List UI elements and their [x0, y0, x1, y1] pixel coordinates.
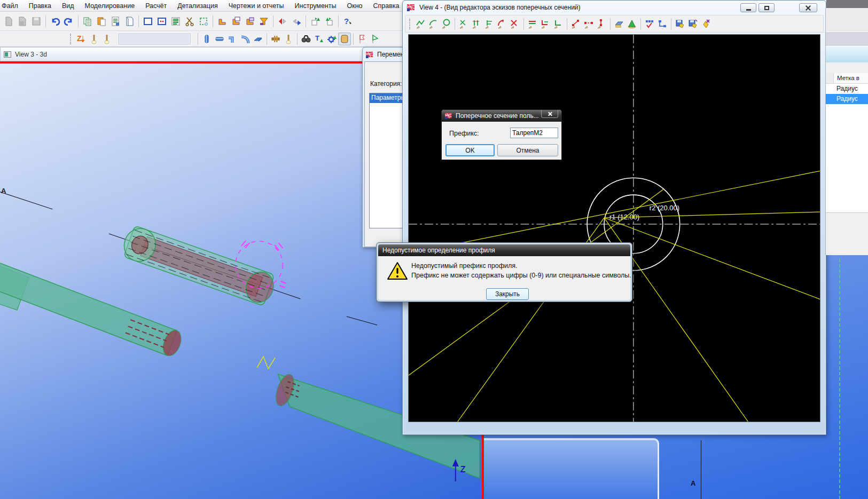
restore-button[interactable] — [758, 3, 775, 12]
error-message-line2: Префикс не может содержать цифры (0-9) и… — [411, 271, 631, 280]
menu-item-detailing[interactable]: Детализация — [172, 1, 223, 11]
radius-label-r2: r2 (20.00) — [650, 204, 679, 212]
sketch-polyline-icon[interactable] — [414, 18, 427, 30]
svg-text:Z: Z — [77, 34, 82, 43]
sketch-ellipse-icon[interactable] — [440, 18, 452, 30]
open-document-icon[interactable] — [15, 14, 29, 28]
cut-scissors-icon[interactable] — [183, 14, 197, 28]
export-model-icon[interactable] — [322, 14, 336, 28]
new-view-window-icon[interactable] — [141, 14, 155, 28]
paste-object-icon[interactable] — [122, 14, 136, 28]
save-profile-as-icon[interactable] — [686, 18, 699, 30]
error-dialog-title: Недопустимое определение профиля — [382, 247, 495, 254]
toolbar-grip[interactable] — [70, 34, 73, 44]
prefix-label: Префикс: — [449, 130, 479, 137]
save-document-icon[interactable] — [29, 14, 43, 28]
sketch-canvas[interactable]: r1 (12.00) r2 (20.00) — [408, 34, 820, 422]
tank-equipment-icon[interactable] — [338, 33, 351, 45]
model-turnbuckle[interactable] — [120, 224, 278, 307]
settings-gear-icon[interactable] — [325, 33, 338, 45]
drop-line-1-icon[interactable] — [88, 33, 100, 45]
zone-3-icon[interactable] — [243, 14, 257, 28]
minimize-button[interactable] — [740, 3, 756, 12]
iso-view-icon[interactable] — [625, 18, 638, 30]
undo-icon[interactable] — [48, 14, 62, 28]
menu-item-help[interactable]: Справка — [368, 1, 405, 11]
constraint-parallel-icon[interactable] — [526, 18, 539, 30]
constraint-corner-icon[interactable] — [539, 18, 552, 30]
properties-panel-footer — [826, 212, 868, 255]
column-header-label[interactable]: Метка в — [834, 73, 859, 83]
delete-profile-icon[interactable] — [699, 18, 712, 30]
toolbar-grip[interactable] — [409, 19, 412, 29]
find-binoculars-icon[interactable] — [300, 33, 312, 45]
go-previous-icon[interactable] — [276, 14, 290, 28]
application-window: Файл Правка Вид Моделирование Расчёт Дет… — [0, 0, 868, 499]
view4-window: View 4 - (Вид редактора эскизов поперечн… — [402, 0, 826, 435]
menu-item-window[interactable]: Окно — [341, 1, 367, 11]
menu-item-drawings-reports[interactable]: Чертежи и отчеты — [223, 1, 290, 11]
menu-item-file[interactable]: Файл — [0, 1, 24, 11]
copy-icon[interactable] — [81, 14, 95, 28]
properties-panel-title-strip — [826, 46, 868, 62]
pipe-vertical-icon[interactable] — [200, 33, 213, 45]
menu-item-edit[interactable]: Правка — [24, 1, 57, 11]
dialog-close-button[interactable] — [541, 110, 558, 118]
sketch-chamfer-icon[interactable] — [509, 18, 521, 30]
constraint-perpendicular-icon[interactable] — [552, 18, 565, 30]
menu-item-view[interactable]: Вид — [57, 1, 80, 11]
valve-icon[interactable] — [269, 33, 282, 45]
verify-sketch-icon[interactable] — [643, 18, 656, 30]
report-list-icon[interactable] — [169, 14, 183, 28]
mark-red-icon[interactable] — [356, 33, 369, 45]
new-document-icon[interactable] — [2, 14, 15, 28]
redo-icon[interactable] — [62, 14, 76, 28]
view-properties-icon[interactable] — [155, 14, 169, 28]
drop-line-3-icon[interactable] — [282, 33, 295, 45]
dimension-diagonal-icon[interactable] — [569, 18, 582, 30]
dimension-vertical-icon[interactable] — [595, 18, 608, 30]
centerline-segment — [347, 316, 377, 325]
bottom-section-label: A — [691, 479, 695, 487]
save-profile-icon[interactable] — [674, 18, 686, 30]
cancel-button[interactable]: Отмена — [497, 144, 558, 156]
error-dialog-title-bar[interactable]: Недопустимое определение профиля — [378, 244, 630, 256]
ok-button[interactable]: OK — [445, 144, 495, 156]
menu-item-analysis[interactable]: Расчёт — [140, 1, 172, 11]
menu-item-tools[interactable]: Инструменты — [290, 1, 342, 11]
paste-icon[interactable] — [95, 14, 108, 28]
toolbar-blank-area — [118, 33, 191, 45]
filter-funnel-icon[interactable] — [257, 14, 271, 28]
close-button[interactable] — [799, 3, 817, 12]
context-help-icon[interactable]: ? — [341, 14, 355, 28]
dimension-horizontal-icon[interactable] — [582, 18, 595, 30]
view3-title: View 3 - 3d — [15, 51, 47, 58]
sketch-trim-icon[interactable] — [457, 18, 470, 30]
plate-icon[interactable] — [252, 33, 264, 45]
pipe-bend-icon[interactable] — [239, 33, 252, 45]
pipe-horizontal-icon[interactable] — [213, 33, 226, 45]
table-row[interactable]: Радиус — [826, 84, 868, 94]
mark-green-icon[interactable] — [369, 33, 381, 45]
table-row-selected[interactable]: Радиус — [826, 94, 868, 104]
select-fence-icon[interactable] — [197, 14, 210, 28]
section-z-icon[interactable]: Z — [75, 33, 88, 45]
sketch-extend-icon[interactable] — [483, 18, 496, 30]
zone-2-icon[interactable] — [229, 14, 243, 28]
sketch-arc-icon[interactable] — [427, 18, 440, 30]
zone-1-icon[interactable] — [215, 14, 229, 28]
plane-view-icon[interactable] — [613, 18, 625, 30]
menu-item-modeling[interactable]: Моделирование — [80, 1, 140, 11]
sketch-offset-icon[interactable] — [470, 18, 483, 30]
properties-table-header[interactable]: Метка в — [826, 73, 868, 84]
prefix-input[interactable] — [510, 128, 558, 138]
pipe-elbow-icon[interactable] — [226, 33, 239, 45]
sketch-structure-icon[interactable] — [656, 18, 669, 30]
sketch-fillet-icon[interactable] — [496, 18, 509, 30]
import-model-icon[interactable] — [308, 14, 322, 28]
go-next-icon[interactable] — [290, 14, 303, 28]
copy-list-icon[interactable] — [108, 14, 122, 28]
drop-line-2-icon[interactable] — [100, 33, 113, 45]
close-error-button[interactable]: Закрыть — [486, 288, 529, 300]
label-tool-icon[interactable]: T — [312, 33, 325, 45]
